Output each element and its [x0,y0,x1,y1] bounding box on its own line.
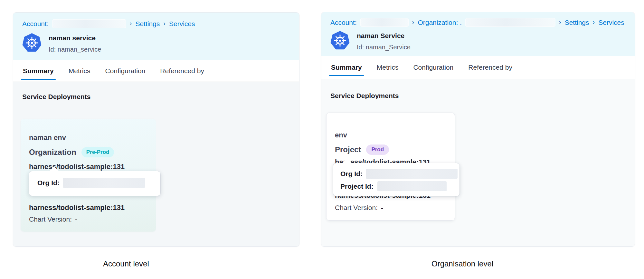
breadcrumb-settings-link[interactable]: Settings [565,19,589,26]
breadcrumb-organization-link[interactable]: Organization: . [418,19,462,26]
caption-account-level: Account level [103,259,149,268]
scope-name[interactable]: Organization [29,148,76,157]
tab-bar: Summary Metrics Configuration Referenced… [13,60,299,82]
chevron-right-icon: › [593,18,595,26]
chevron-right-icon: › [559,18,561,26]
chart-version-value: - [75,215,77,223]
service-title-row: naman Service Id: naman_Service [330,31,626,51]
breadcrumb-services-link[interactable]: Services [169,20,195,28]
chart-version-label: Chart Version: [29,215,72,223]
summary-content: Service Deployments env Project Prod har… [321,79,635,247]
screenshot-canvas: Account: › Settings › Services naman ser… [0,0,644,279]
service-header: Account: › Organization: . › Settings › … [321,12,635,56]
org-id-label: Org Id: [37,179,60,187]
redacted-org-id [366,169,458,179]
chart-version-value: - [381,204,383,211]
tab-summary[interactable]: Summary [331,56,362,79]
service-id: Id: naman_Service [357,44,411,51]
org-id-tooltip: Org Id: [29,171,160,196]
scope-name[interactable]: Project [335,145,361,154]
kubernetes-icon [330,31,350,50]
env-name: naman env [29,119,147,142]
breadcrumb: Account: › Organization: . › Settings › … [330,18,626,27]
active-tab-underline [329,75,364,76]
scope-row: Organization Pre-Prod [29,146,147,158]
tab-summary[interactable]: Summary [23,60,54,82]
breadcrumb-services-link[interactable]: Services [598,19,624,26]
service-id: Id: naman_service [49,46,101,53]
account-level-panel: Account: › Settings › Services naman ser… [13,12,299,247]
chart-version-row: Chart Version:- [335,204,446,212]
chart-version-row: Chart Version:- [29,215,147,223]
redacted-org-id [63,178,145,188]
chevron-right-icon: › [163,20,166,27]
organisation-level-panel: Account: › Organization: . › Settings › … [321,12,635,247]
env-deployment-card[interactable]: env Project Prod harness/todolist-sample… [326,113,455,221]
project-id-label: Project Id: [340,183,374,190]
tab-referenced-by[interactable]: Referenced by [160,60,204,82]
tab-referenced-by[interactable]: Referenced by [468,56,512,79]
active-tab-underline [21,79,56,80]
env-type-badge: Prod [366,144,389,155]
env-deployment-card[interactable]: naman env Organization Pre-Prod harness/… [21,119,156,232]
section-title: Service Deployments [330,79,626,100]
breadcrumb-account-link[interactable]: Account: [22,20,49,28]
breadcrumb: Account: › Settings › Services [22,19,290,28]
service-name: naman service [49,33,101,42]
tooltip-arrow [342,158,352,164]
scope-row: Project Prod [335,144,446,155]
obscured-text-line: harness/todolist-sample:131 [29,162,147,172]
redacted-organization-name [465,18,555,27]
redacted-account-name [360,18,409,27]
chevron-right-icon: › [412,18,414,26]
org-id-label: Org Id: [340,170,363,178]
artifact-name: harness/todolist-sample:131 [29,203,147,213]
env-type-badge: Pre-Prod [81,147,114,157]
caption-organisation-level: Organisation level [431,259,493,268]
org-project-id-tooltip: Org Id: Project Id: [333,163,459,196]
breadcrumb-settings-link[interactable]: Settings [135,20,160,28]
redacted-project-id [377,181,447,191]
env-name: env [335,113,446,139]
tab-metrics[interactable]: Metrics [69,60,90,82]
redacted-account-name [52,19,126,28]
section-title: Service Deployments [22,82,290,101]
chart-version-label: Chart Version: [335,204,378,211]
tab-configuration[interactable]: Configuration [105,60,145,82]
breadcrumb-account-link[interactable]: Account: [330,19,357,26]
summary-content: Service Deployments naman env Organizati… [13,82,299,247]
kubernetes-icon [22,33,42,53]
tab-metrics[interactable]: Metrics [377,56,399,79]
tab-bar: Summary Metrics Configuration Referenced… [321,56,635,79]
service-name: naman Service [357,31,411,40]
tab-configuration[interactable]: Configuration [413,56,453,79]
tooltip-arrow [49,166,59,172]
chevron-right-icon: › [130,20,132,27]
service-header: Account: › Settings › Services naman ser… [13,13,299,60]
service-title-row: naman service Id: naman_service [22,33,290,53]
